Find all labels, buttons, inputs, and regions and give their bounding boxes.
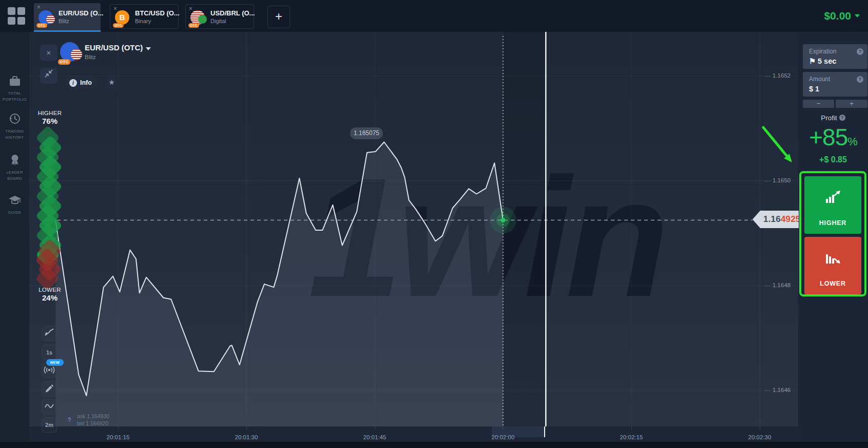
sentiment-lower: LOWER 24%	[33, 287, 66, 302]
chart-type-icon	[43, 326, 55, 339]
expiration-value: 5 sec	[818, 57, 836, 65]
tab-subtitle: Digital	[210, 18, 226, 24]
close-chart-button[interactable]: ×	[40, 45, 57, 61]
y-axis-label: 1.1650	[773, 177, 799, 183]
amount-box[interactable]: Amount ? $ 1	[803, 72, 867, 97]
btcusd-icon: B OTC	[115, 10, 131, 27]
instrument-mode: Blitz	[85, 54, 96, 60]
grid-square	[8, 7, 15, 15]
sidebar-item-leaderboard[interactable]: LEADERBOARD	[0, 153, 29, 182]
info-button[interactable]: i Info	[66, 76, 98, 89]
line-tools-button[interactable]	[42, 399, 57, 415]
pencil-icon	[43, 382, 55, 394]
draw-tools-button[interactable]	[42, 381, 57, 397]
left-sidebar: TOTALPORTFOLIO TRADINGHISTORY LEADERBOAR…	[0, 32, 29, 448]
tab-title: USD/BRL (O...	[210, 9, 255, 17]
curve-icon	[43, 400, 55, 412]
trend-down-icon	[824, 250, 842, 265]
x-axis-tick	[631, 426, 632, 430]
x-axis-label: 20:01:15	[98, 434, 139, 440]
help-icon[interactable]: ?	[857, 48, 863, 55]
chevron-down-icon	[855, 14, 860, 17]
lower-button[interactable]: LOWER	[804, 237, 861, 294]
higher-button[interactable]: HIGHER	[804, 176, 861, 234]
y-axis-tick	[764, 286, 770, 286]
bid-value: 1.164920	[86, 420, 108, 426]
medal-icon	[8, 153, 22, 166]
briefcase-icon	[8, 75, 22, 87]
tab-btcusd[interactable]: × B OTC BTC/USD (O... Binary	[110, 4, 179, 29]
peak-price-label: 1.165075	[350, 127, 383, 139]
expiration-box[interactable]: Expiration ? ⚑ 5 sec	[803, 44, 867, 69]
x-axis-tick	[375, 426, 375, 430]
y-axis-tick	[764, 181, 770, 181]
x-axis-label: 20:02:15	[611, 434, 652, 440]
balance-dropdown[interactable]: $0.00	[824, 10, 860, 22]
y-axis-label: 1.1648	[773, 282, 799, 288]
sentiment-higher: HIGHER 76%	[33, 110, 66, 125]
chevron-down-icon	[146, 47, 151, 50]
chart-type-button[interactable]	[42, 326, 57, 341]
y-axis-label: 1.1652	[773, 72, 799, 79]
y-axis-label: 1.1646	[773, 387, 799, 393]
grid-square	[8, 17, 15, 25]
grid-square	[17, 17, 25, 25]
instrument-flag-icon: OTC	[60, 42, 83, 65]
chart-area[interactable]: 1win × OTC EUR/USD (OTC) Blitz i Info ★ …	[29, 32, 798, 426]
tab-eurusd[interactable]: × OTC EUR/USD (O... Blitz	[34, 3, 101, 32]
x-axis-label: 20:01:45	[354, 434, 395, 440]
timeframe-1s-button[interactable]: 1s	[42, 345, 57, 360]
tab-title: EUR/USD (O...	[59, 9, 103, 17]
help-icon[interactable]: ?	[857, 76, 863, 83]
tab-title: BTC/USD (O...	[135, 9, 180, 17]
add-asset-button[interactable]: +	[267, 6, 290, 28]
amount-value[interactable]: $ 1	[809, 85, 819, 93]
close-tab-icon[interactable]: ×	[37, 4, 41, 10]
help-icon: ?	[839, 115, 845, 121]
grid-square	[17, 7, 25, 15]
usdbrl-flag-icon: OTC	[190, 10, 207, 27]
eurusd-flag-icon: OTC	[38, 10, 55, 27]
tab-subtitle: Blitz	[59, 18, 69, 24]
new-badge: NEW	[46, 359, 64, 366]
graduation-cap-icon	[8, 194, 22, 207]
profit-percent: +85%	[798, 123, 868, 151]
trade-panel: Expiration ? ⚑ 5 sec Amount ? $ 1 − + Pr…	[798, 32, 868, 448]
x-axis-label: 20:01:30	[226, 434, 267, 440]
x-axis-label: 20:02:30	[739, 434, 780, 440]
price-chart[interactable]	[29, 32, 798, 428]
quote-help-icon[interactable]: ?	[65, 416, 73, 424]
x-axis-tick	[246, 426, 247, 430]
trend-up-icon	[824, 190, 842, 204]
balance-amount: $0.00	[824, 10, 851, 22]
time-axis: 20:01:1520:01:3020:01:4520:02:0020:02:15…	[29, 426, 798, 442]
ask-value: 1.164930	[87, 413, 109, 419]
profit-amount: +$ 0.85	[798, 155, 868, 164]
ask-bid-quote: ask 1.164930 bid 1.164920	[77, 413, 109, 427]
instrument-selector[interactable]: EUR/USD (OTC)	[85, 43, 151, 52]
y-axis-tick	[764, 76, 770, 77]
collapse-chart-button[interactable]	[40, 68, 57, 84]
tab-usdbrl[interactable]: × OTC USD/BRL (O... Digital	[185, 4, 254, 29]
collapse-arrows-icon	[43, 68, 54, 79]
top-bar: × OTC EUR/USD (O... Blitz × B OTC BTC/US…	[0, 0, 868, 32]
apps-grid-icon[interactable]	[6, 6, 27, 26]
sidebar-item-total-portfolio[interactable]: TOTALPORTFOLIO	[0, 75, 29, 103]
info-icon: i	[69, 79, 77, 87]
history-icon	[8, 112, 22, 125]
amount-increase-button[interactable]: +	[836, 100, 867, 108]
current-price-tag: 1.164925	[753, 211, 799, 228]
window-bottom-edge	[0, 442, 868, 448]
favorite-star-icon[interactable]: ★	[105, 76, 119, 89]
amount-decrease-button[interactable]: −	[803, 100, 834, 108]
x-axis-tick	[760, 426, 760, 430]
x-axis-label: 20:02:00	[483, 434, 524, 440]
sidebar-item-guide[interactable]: GUIDE	[0, 194, 29, 216]
x-axis-tick	[118, 426, 119, 430]
profit-label-row: Profit?	[798, 114, 868, 122]
y-axis-tick	[764, 390, 770, 391]
sidebar-item-trading-history[interactable]: TRADINGHISTORY	[0, 112, 29, 141]
flag-icon: ⚑	[809, 57, 816, 65]
x-axis-tick	[503, 426, 504, 430]
tab-subtitle: Binary	[135, 18, 151, 24]
